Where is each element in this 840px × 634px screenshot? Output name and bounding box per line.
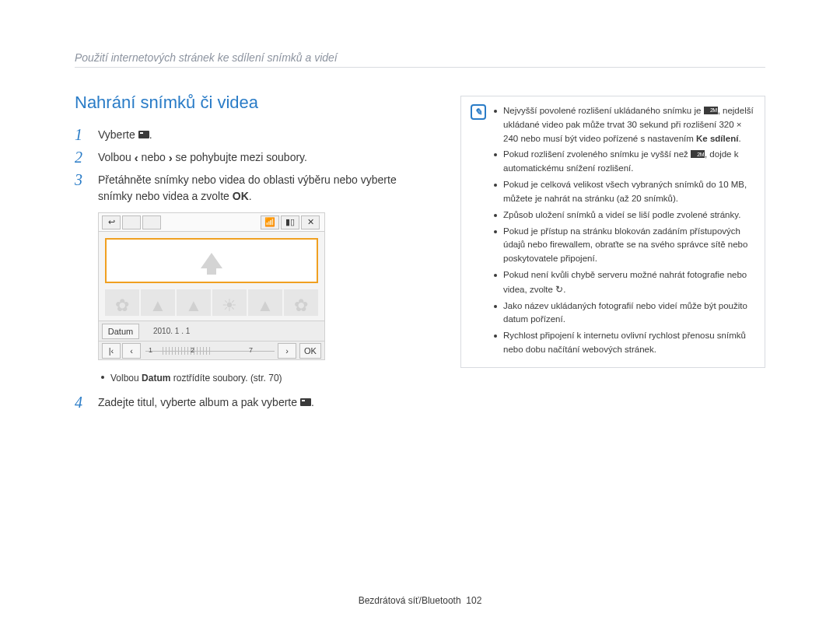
info-text: . bbox=[563, 285, 565, 294]
step-text: . bbox=[149, 128, 152, 141]
info-text: Pokud rozlišení zvoleného snímku je vyšš… bbox=[503, 149, 691, 159]
thumbnail-strip: ✿ ▲ ▲ ☀ ▲ ✿ bbox=[105, 289, 318, 316]
info-item: Nejvyšší povolené rozlišení ukládaného s… bbox=[494, 104, 755, 145]
step-text: Zadejte titul, vyberte album a pak vyber… bbox=[98, 396, 300, 408]
close-button[interactable]: ✕ bbox=[301, 215, 320, 229]
step-text: se pohybujte mezi soubory. bbox=[173, 151, 307, 163]
info-text: Nejvyšší povolené rozlišení ukládaného s… bbox=[503, 106, 704, 115]
info-text: Způsob uložení snímků a videí se liší po… bbox=[503, 210, 740, 219]
right-column: ✎ Nejvyšší povolené rozlišení ukládaného… bbox=[460, 93, 765, 417]
page-number: 102 bbox=[466, 595, 481, 606]
info-item: Pokud je celková velikost všech vybranýc… bbox=[494, 178, 755, 206]
resolution-icon bbox=[704, 107, 718, 114]
info-icon: ✎ bbox=[471, 104, 486, 120]
drop-area[interactable] bbox=[105, 238, 318, 283]
device-screenshot: ↩ 📶 ▮▯ ✕ ✿ ▲ ▲ ☀ ▲ ✿ bbox=[98, 212, 325, 360]
battery-icon: ▮▯ bbox=[281, 215, 299, 229]
toolbar-button[interactable] bbox=[142, 215, 161, 229]
bullet-keyword: Datum bbox=[142, 373, 170, 384]
refresh-icon: ↻ bbox=[555, 282, 563, 297]
bullet-text: Volbou bbox=[110, 373, 142, 384]
thumbnail[interactable]: ✿ bbox=[105, 289, 139, 316]
footer-section: Bezdrátová síť/Bluetooth bbox=[359, 595, 461, 606]
device-toolbar: ↩ 📶 ▮▯ ✕ bbox=[99, 213, 324, 232]
toolbar-button[interactable] bbox=[122, 215, 141, 229]
prev-page-button[interactable]: ‹ bbox=[122, 343, 141, 359]
thumbnail[interactable]: ▲ bbox=[248, 289, 282, 316]
info-item: Pokud není kvůli chybě serveru možné nah… bbox=[494, 268, 755, 297]
info-item: Jako název ukládaných fotografií nebo vi… bbox=[494, 299, 755, 328]
page-footer: Bezdrátová síť/Bluetooth 102 bbox=[0, 595, 840, 606]
thumbnail[interactable]: ▲ bbox=[141, 289, 175, 316]
upload-arrow-icon bbox=[201, 253, 222, 268]
info-text: . bbox=[738, 134, 740, 143]
scale-num: 1 bbox=[149, 346, 152, 354]
scale-num: 2 bbox=[191, 346, 194, 354]
ok-text: OK bbox=[233, 190, 249, 202]
thumbnail[interactable]: ✿ bbox=[284, 289, 318, 316]
bullet-text: roztřídíte soubory. (str. 70) bbox=[170, 373, 282, 384]
step-text: . bbox=[249, 190, 252, 202]
step-number: 3 bbox=[75, 172, 86, 205]
step-2: 2 Volbou ‹ nebo › se pohybujte mezi soub… bbox=[75, 149, 417, 166]
upload-icon bbox=[300, 398, 311, 406]
step-text: nebo bbox=[138, 151, 169, 163]
info-list: Nejvyšší povolené rozlišení ukládaného s… bbox=[494, 104, 755, 359]
thumbnail[interactable]: ☀ bbox=[212, 289, 247, 316]
info-item: Pokud je přístup na stránku blokován zad… bbox=[494, 225, 755, 266]
thumbnail[interactable]: ▲ bbox=[177, 289, 211, 316]
info-box: ✎ Nejvyšší povolené rozlišení ukládaného… bbox=[460, 96, 765, 368]
info-text: Pokud je přístup na stránku blokován zad… bbox=[503, 226, 747, 264]
info-text: Rychlost připojení k internetu ovlivní r… bbox=[503, 331, 746, 354]
signal-icon: 📶 bbox=[261, 215, 279, 229]
next-page-button[interactable]: › bbox=[278, 343, 296, 359]
info-keyword: Ke sdílení bbox=[696, 134, 738, 143]
page-scale[interactable]: 1 2 7 bbox=[145, 344, 275, 358]
device-bottombar: Datum 2010. 1 . 1 bbox=[99, 321, 324, 341]
section-title: Nahrání snímků či videa bbox=[75, 93, 417, 113]
scale-num: 7 bbox=[249, 346, 253, 354]
step-text: Volbou bbox=[98, 151, 135, 163]
left-column: Nahrání snímků či videa 1 Vyberte . 2 Vo… bbox=[75, 93, 417, 417]
info-text: Jako název ukládaných fotografií nebo vi… bbox=[503, 301, 747, 324]
step-number: 2 bbox=[75, 149, 86, 166]
info-text: Pokud je celková velikost všech vybranýc… bbox=[503, 180, 747, 203]
info-item: Pokud rozlišení zvoleného snímku je vyšš… bbox=[494, 148, 755, 176]
info-item: Rychlost připojení k internetu ovlivní r… bbox=[494, 329, 755, 357]
device-pager: |‹ ‹ 1 2 7 › OK bbox=[99, 341, 324, 359]
current-date: 2010. 1 . 1 bbox=[153, 327, 190, 335]
back-button[interactable]: ↩ bbox=[102, 215, 121, 229]
ok-button[interactable]: OK bbox=[299, 343, 321, 359]
step-text: Vyberte bbox=[98, 128, 138, 141]
info-text: Pokud není kvůli chybě serveru možné nah… bbox=[503, 270, 747, 294]
step-text: . bbox=[311, 396, 314, 408]
step-3: 3 Přetáhněte snímky nebo videa do oblast… bbox=[75, 172, 417, 205]
resolution-icon bbox=[691, 150, 705, 158]
upload-icon bbox=[138, 131, 149, 138]
step-number: 4 bbox=[75, 394, 86, 411]
breadcrumb: Použití internetových stránek ke sdílení… bbox=[75, 51, 765, 68]
step-4: 4 Zadejte titul, vyberte album a pak vyb… bbox=[75, 394, 417, 411]
date-sort-button[interactable]: Datum bbox=[102, 324, 139, 339]
info-item: Způsob uložení snímků a videí se liší po… bbox=[494, 208, 755, 222]
step-number: 1 bbox=[75, 127, 86, 143]
sub-bullet: Volbou Datum roztřídíte soubory. (str. 7… bbox=[101, 371, 417, 385]
bullet-icon bbox=[101, 376, 104, 379]
step-1: 1 Vyberte . bbox=[75, 127, 417, 143]
first-page-button[interactable]: |‹ bbox=[102, 343, 121, 359]
